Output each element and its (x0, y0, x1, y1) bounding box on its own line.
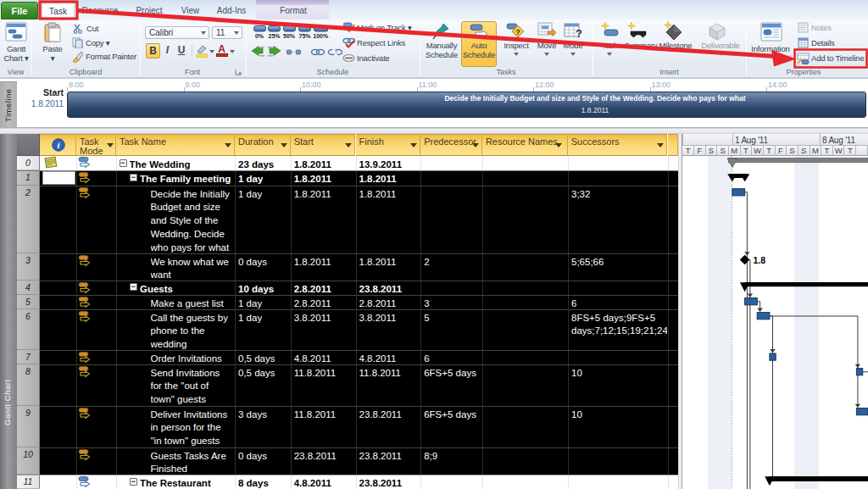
svg-text:?: ? (576, 27, 582, 39)
svg-text:?: ? (515, 28, 520, 36)
svg-text:1.8: 1.8 (754, 255, 766, 265)
